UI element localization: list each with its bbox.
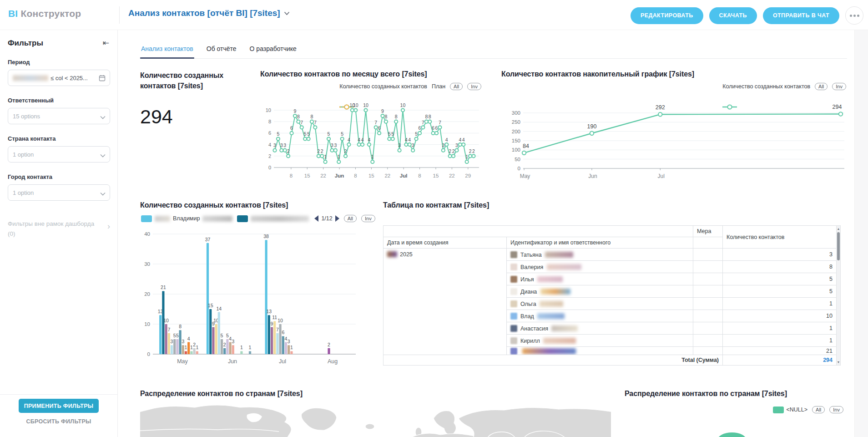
data-point[interactable] xyxy=(330,149,333,152)
data-point[interactable] xyxy=(290,132,293,135)
legend-inv-button[interactable]: Inv xyxy=(361,215,375,222)
scroll-up-icon[interactable]: ▲ xyxy=(837,227,840,230)
bar[interactable] xyxy=(271,327,273,354)
contacts-value-cell[interactable]: 21 xyxy=(723,347,837,355)
download-button[interactable]: СКАЧАТЬ xyxy=(709,7,757,24)
bar[interactable] xyxy=(240,351,242,354)
data-point[interactable] xyxy=(438,126,441,129)
outer-filters-link[interactable]: Фильтры вне рамок дашборда (0) › xyxy=(8,219,110,239)
more-button[interactable] xyxy=(845,6,863,25)
data-point[interactable] xyxy=(449,154,452,158)
city-select[interactable]: 1 option xyxy=(8,184,110,201)
bar[interactable] xyxy=(226,339,228,354)
data-point[interactable] xyxy=(391,137,394,140)
pie-slice-null[interactable] xyxy=(717,432,747,437)
scroll-down-icon[interactable]: ▼ xyxy=(837,361,840,364)
data-point[interactable] xyxy=(378,132,381,135)
contacts-value-cell[interactable]: 5 xyxy=(723,273,837,285)
legend-item[interactable]: <NULL> xyxy=(773,407,808,413)
bar[interactable] xyxy=(215,324,217,354)
bar[interactable] xyxy=(187,342,190,354)
data-point[interactable] xyxy=(277,137,280,140)
bar[interactable] xyxy=(168,333,170,354)
bar[interactable] xyxy=(173,339,176,354)
legend-all-button[interactable]: All xyxy=(450,83,463,90)
data-point[interactable] xyxy=(442,149,445,152)
table-row[interactable]: 2025Татьяна 3 xyxy=(384,249,837,261)
edit-button[interactable]: РЕДАКТИРОВАТЬ xyxy=(631,7,703,24)
legend-item[interactable]: План xyxy=(432,83,445,90)
bar[interactable] xyxy=(185,351,187,354)
bar[interactable] xyxy=(196,351,198,354)
data-point[interactable] xyxy=(297,120,300,123)
data-point[interactable] xyxy=(334,149,337,152)
apply-filters-button[interactable]: ПРИМЕНИТЬ ФИЛЬТРЫ xyxy=(19,399,99,413)
data-point[interactable] xyxy=(522,151,526,155)
tab-contact-analysis[interactable]: Анализ контактов xyxy=(140,45,194,58)
map-country[interactable] xyxy=(140,405,291,437)
bar[interactable] xyxy=(229,342,232,354)
data-point[interactable] xyxy=(317,154,320,158)
data-point[interactable] xyxy=(472,154,475,158)
scrollbar-thumb[interactable] xyxy=(837,232,840,260)
bar[interactable] xyxy=(268,315,270,354)
bar[interactable] xyxy=(285,342,287,354)
data-point[interactable] xyxy=(388,137,391,140)
bar[interactable] xyxy=(209,309,212,354)
period-date-input[interactable]: ≤ col < 2025... xyxy=(8,70,110,86)
tab-about-report[interactable]: Об отчёте xyxy=(206,45,237,58)
data-point[interactable] xyxy=(445,143,448,146)
contacts-value-cell[interactable]: 1 xyxy=(723,335,837,347)
bar[interactable] xyxy=(249,351,251,354)
bar[interactable] xyxy=(328,348,330,354)
data-point[interactable] xyxy=(394,120,398,123)
prev-page-button[interactable] xyxy=(314,215,318,222)
bar[interactable] xyxy=(232,345,234,354)
reset-filters-button[interactable]: СБРОСИТЬ ФИЛЬТРЫ xyxy=(26,418,91,425)
data-point[interactable] xyxy=(381,114,384,117)
data-point[interactable] xyxy=(658,112,662,116)
map-country[interactable] xyxy=(301,408,337,430)
map-country[interactable] xyxy=(365,424,374,429)
data-point[interactable] xyxy=(368,143,371,146)
bar[interactable] xyxy=(193,348,196,354)
country-select[interactable]: 1 option xyxy=(8,146,110,163)
total-value-cell[interactable]: 294 xyxy=(723,355,837,366)
data-point[interactable] xyxy=(310,120,313,123)
report-title-dropdown[interactable]: Анализ контактов [отчёт BI] [7sites] xyxy=(128,8,290,18)
data-point[interactable] xyxy=(459,143,462,146)
page-scrollbar[interactable] xyxy=(854,30,868,437)
bar[interactable] xyxy=(223,348,226,354)
bar[interactable] xyxy=(282,336,284,354)
data-point[interactable] xyxy=(280,149,283,152)
data-point[interactable] xyxy=(287,154,290,158)
data-point[interactable] xyxy=(293,114,297,117)
data-point[interactable] xyxy=(354,108,357,112)
tab-about-developer[interactable]: О разработчике xyxy=(249,45,298,58)
send-to-chat-button[interactable]: ОТПРАВИТЬ В ЧАТ xyxy=(763,7,839,24)
contacts-value-cell[interactable]: 1 xyxy=(723,298,837,310)
map-country[interactable] xyxy=(434,411,456,434)
data-point[interactable] xyxy=(313,126,317,129)
bar[interactable] xyxy=(276,333,278,354)
data-point[interactable] xyxy=(401,108,404,112)
bar[interactable] xyxy=(218,312,220,354)
data-point[interactable] xyxy=(358,143,361,146)
bar[interactable] xyxy=(290,351,293,354)
legend-inv-button[interactable]: Inv xyxy=(829,406,843,413)
bar[interactable] xyxy=(190,351,192,354)
bar[interactable] xyxy=(179,330,182,354)
data-point[interactable] xyxy=(465,160,469,163)
data-point[interactable] xyxy=(337,160,340,163)
map-country[interactable] xyxy=(459,407,611,437)
data-point[interactable] xyxy=(327,137,330,140)
data-point[interactable] xyxy=(411,149,414,152)
bar[interactable] xyxy=(165,324,167,354)
data-point[interactable] xyxy=(374,126,378,129)
legend-item[interactable]: Количество созданных контактов xyxy=(722,83,810,90)
bar[interactable] xyxy=(279,324,282,354)
data-point[interactable] xyxy=(414,137,418,140)
data-point[interactable] xyxy=(408,143,411,146)
bar[interactable] xyxy=(212,327,214,354)
data-point[interactable] xyxy=(364,108,367,112)
